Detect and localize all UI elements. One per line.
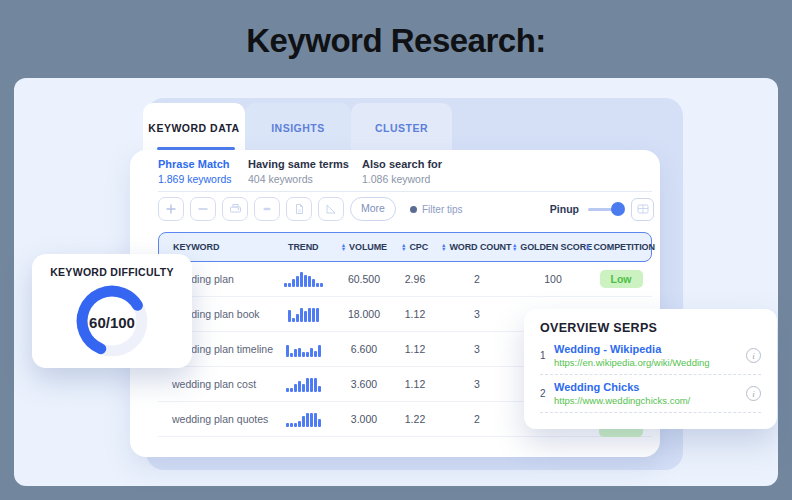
table-header: KEYWORDTREND▲▼VOLUME▲▼CPC▲▼WORD COUNT▲▼G… xyxy=(158,232,652,262)
keyword-difficulty-card: KEYWORD DIFFICULTY 60/100 xyxy=(32,254,192,368)
sort-icon[interactable]: ▲▼ xyxy=(512,243,517,252)
sort-icon[interactable]: ▲▼ xyxy=(341,243,346,252)
volume-cell: 60.500 xyxy=(336,273,392,285)
export-button[interactable] xyxy=(286,197,312,221)
plus-icon xyxy=(165,203,177,215)
subtab-phrase-match[interactable]: Phrase Match 1.869 keywords xyxy=(158,158,232,185)
column-header-cpc[interactable]: ▲▼CPC xyxy=(392,242,438,252)
keyword-difficulty-title: KEYWORD DIFFICULTY xyxy=(32,266,192,278)
cpc-cell: 1.12 xyxy=(392,378,438,390)
trend-cell xyxy=(270,377,336,392)
filter-tips[interactable]: Filter tips xyxy=(410,197,463,221)
page-title: Keyword Research: xyxy=(0,22,792,60)
trend-cell xyxy=(270,272,336,287)
pinup-label: Pinup xyxy=(550,203,579,215)
difficulty-score: 60/100 xyxy=(72,314,152,331)
remove-button[interactable] xyxy=(190,197,216,221)
toolbar: More Filter tips Pinup xyxy=(130,197,660,221)
layout-button[interactable] xyxy=(631,198,654,221)
overview-serps-title: OVERVIEW SERPS xyxy=(540,321,761,335)
overview-serps-card: OVERVIEW SERPS 1 Wedding - Wikipedia htt… xyxy=(524,309,777,429)
add-button[interactable] xyxy=(158,197,184,221)
word-count-cell: 2 xyxy=(438,413,516,425)
tab-keyword-data[interactable]: KEYWORD DATA xyxy=(143,103,245,153)
card-icon xyxy=(261,204,273,214)
more-button[interactable]: More xyxy=(350,197,396,221)
volume-cell: 6.600 xyxy=(336,343,392,355)
golden-score-cell: 100 xyxy=(516,273,590,285)
column-header-competition[interactable]: ▲▼COMPETITION xyxy=(589,242,651,252)
trend-sparkline-icon xyxy=(286,342,321,357)
serp-rank: 2 xyxy=(540,388,554,399)
word-count-cell: 3 xyxy=(438,308,516,320)
difficulty-gauge: 60/100 xyxy=(72,282,152,360)
serp-title-link[interactable]: Wedding - Wikipedia xyxy=(554,343,746,355)
trend-cell xyxy=(270,412,336,427)
tab-insights[interactable]: INSIGHTS xyxy=(245,103,351,153)
trend-cell xyxy=(270,307,336,322)
trend-sparkline-icon xyxy=(288,307,319,322)
keyword-cell: wedding plan quotes xyxy=(158,413,270,425)
volume-cell: 18.000 xyxy=(336,308,392,320)
subtab-also-search-for[interactable]: Also search for 1.086 keyword xyxy=(362,158,442,185)
volume-cell: 3.000 xyxy=(336,413,392,425)
keyword-cell: wedding plan cost xyxy=(158,378,270,390)
divider xyxy=(158,191,652,192)
filter-tips-label: Filter tips xyxy=(422,204,463,215)
column-header-trend: TREND xyxy=(270,242,336,252)
subtab-label: Having same terms xyxy=(248,158,349,170)
cpc-cell: 1.12 xyxy=(392,343,438,355)
sort-icon[interactable]: ▲▼ xyxy=(401,243,406,252)
column-header-volume[interactable]: ▲▼VOLUME xyxy=(336,242,392,252)
cpc-cell: 2.96 xyxy=(392,273,438,285)
chart-button[interactable] xyxy=(318,197,344,221)
column-header-golden-score[interactable]: ▲▼GOLDEN SCORE xyxy=(515,242,589,252)
minus-icon xyxy=(197,203,209,215)
screenshot-stage: Keyword Research: CLUSTER INSIGHTS KEYWO… xyxy=(0,0,792,500)
competition-badge: Low xyxy=(600,270,643,288)
subtab-count: 1.086 keyword xyxy=(362,173,442,185)
serp-title-link[interactable]: Wedding Chicks xyxy=(554,381,746,393)
sort-icon[interactable]: ▲▼ xyxy=(585,243,590,252)
competition-cell: Low xyxy=(590,270,652,288)
word-count-cell: 3 xyxy=(438,343,516,355)
sort-icon[interactable]: ▲▼ xyxy=(441,243,446,252)
cpc-cell: 1.12 xyxy=(392,308,438,320)
info-icon[interactable]: i xyxy=(746,386,761,401)
word-count-cell: 3 xyxy=(438,378,516,390)
serp-url[interactable]: https://www.weddingchicks.com/ xyxy=(554,395,746,406)
column-header-keyword: KEYWORD xyxy=(159,242,270,252)
serp-url[interactable]: https://en.wikipedia.org/wiki/Wedding xyxy=(554,357,746,368)
app-panel: CLUSTER INSIGHTS KEYWORD DATA Phrase Mat… xyxy=(14,78,778,486)
subtab-count: 1.869 keywords xyxy=(158,173,232,185)
serp-rank: 1 xyxy=(540,350,554,361)
serp-result: 2 Wedding Chicks https://www.weddingchic… xyxy=(540,381,761,413)
subtab-label: Phrase Match xyxy=(158,158,232,170)
toggle-knob-icon xyxy=(611,202,625,216)
info-dot-icon xyxy=(410,206,417,213)
collapse-button[interactable] xyxy=(254,197,280,221)
column-header-word-count[interactable]: ▲▼WORD COUNT xyxy=(437,242,515,252)
trend-cell xyxy=(270,342,336,357)
pinup-toggle[interactable] xyxy=(588,208,622,211)
subtab-count: 404 keywords xyxy=(248,173,349,185)
print-button[interactable] xyxy=(222,197,248,221)
document-icon xyxy=(294,203,305,215)
volume-cell: 3.600 xyxy=(336,378,392,390)
table-layout-icon xyxy=(637,204,649,214)
info-icon[interactable]: i xyxy=(746,348,761,363)
tab-cluster[interactable]: CLUSTER xyxy=(351,103,452,153)
pinup-group: Pinup xyxy=(550,197,654,221)
table-row[interactable]: wedding plan60.5002.962100Low xyxy=(158,262,652,297)
serp-result: 1 Wedding - Wikipedia https://en.wikiped… xyxy=(540,343,761,375)
subtab-label: Also search for xyxy=(362,158,442,170)
printer-icon xyxy=(229,203,242,215)
trend-sparkline-icon xyxy=(286,377,321,392)
word-count-cell: 2 xyxy=(438,273,516,285)
trend-sparkline-icon xyxy=(286,412,321,427)
cpc-cell: 1.22 xyxy=(392,413,438,425)
ruler-icon xyxy=(325,203,337,215)
subtab-having-same-terms[interactable]: Having same terms 404 keywords xyxy=(248,158,349,185)
active-tab-underline xyxy=(157,147,235,150)
trend-sparkline-icon xyxy=(284,272,323,287)
